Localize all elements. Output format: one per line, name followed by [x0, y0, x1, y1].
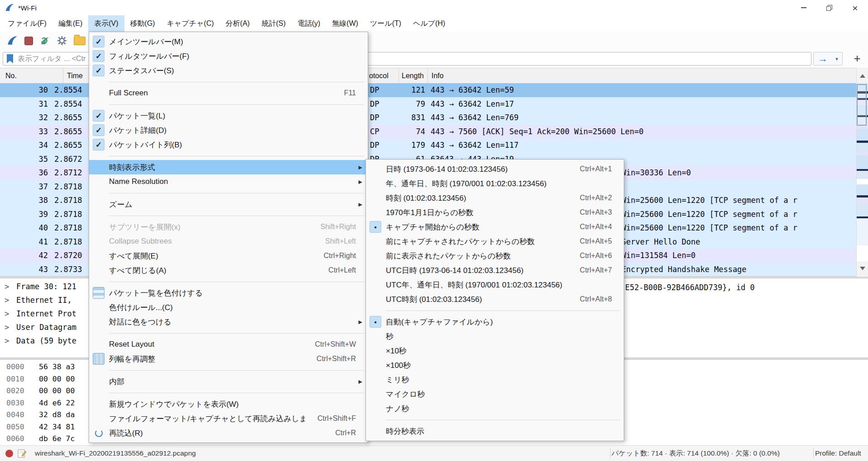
menu-check-gutter — [93, 413, 104, 424]
menu-item[interactable]: ×10秒 — [366, 343, 624, 358]
menu-item[interactable]: UTC日時 (1973-06-14 01:02:03.123456) Ctrl+… — [366, 263, 624, 278]
column-header-info[interactable]: Info — [428, 68, 853, 84]
menubar-item[interactable]: 編集(E) — [52, 15, 88, 32]
menubar-item[interactable]: 分析(A) — [220, 15, 256, 32]
menu-item[interactable] — [89, 278, 368, 286]
packet-info-fragment: Win=25600 Len=1220 [TCP segment of a r — [621, 196, 797, 205]
menu-item[interactable] — [89, 329, 368, 337]
restart-capture-button[interactable] — [39, 35, 50, 46]
stop-capture-button[interactable] — [24, 37, 33, 45]
menu-item[interactable]: 年、通年日、時刻 (1970/001 01:02:03.123456) — [366, 176, 624, 191]
menu-item[interactable]: ステータスバー(S) — [89, 63, 368, 78]
menu-item-label: 時分秒表示 — [386, 426, 599, 437]
menubar-item-label: 電話(y) — [297, 19, 320, 28]
menu-item[interactable]: Full Screen F11 — [89, 86, 368, 100]
start-capture-button[interactable] — [6, 35, 18, 47]
menu-item[interactable]: 再読込(R) Ctrl+R — [89, 426, 368, 440]
menubar-item[interactable]: 電話(y) — [291, 15, 326, 32]
menu-item[interactable]: 前にキャプチャされたパケットからの秒数 Ctrl+Alt+5 — [366, 234, 624, 249]
menu-item[interactable]: 色付けルール...(C) — [89, 300, 368, 315]
menu-item[interactable]: パケット一覧を色付けする — [89, 286, 368, 300]
minimize-button[interactable] — [791, 0, 816, 15]
menu-item[interactable]: 前に表示されたパケットからの秒数 Ctrl+Alt+6 — [366, 249, 624, 263]
menu-item[interactable]: パケットバイト列(B) — [89, 137, 368, 152]
menu-item[interactable] — [89, 389, 368, 397]
expander-icon[interactable]: > — [5, 323, 9, 332]
menubar-item[interactable]: 表示(V) — [88, 15, 124, 32]
restore-button[interactable] — [816, 0, 842, 15]
menubar-item[interactable]: ヘルプ(H) — [407, 15, 451, 32]
add-filter-button[interactable]: + — [849, 51, 865, 66]
menu-separator — [109, 104, 364, 105]
menu-item[interactable]: メインツールバー(M) — [89, 34, 368, 49]
menu-item[interactable]: 1970年1月1日からの秒数 Ctrl+Alt+3 — [366, 205, 624, 220]
filter-dropdown-caret[interactable]: ▾ — [831, 52, 843, 66]
menu-item[interactable]: 時分秒表示 — [366, 424, 624, 438]
menu-item[interactable]: 対話に色をつける — [89, 315, 368, 329]
menu-item[interactable] — [366, 306, 624, 315]
menu-item[interactable]: ナノ秒 — [366, 401, 624, 416]
menubar-item[interactable]: 移動(G) — [124, 15, 161, 32]
close-button[interactable]: × — [842, 0, 868, 15]
expander-icon[interactable]: > — [5, 296, 9, 305]
scroll-up-arrow[interactable] — [857, 68, 868, 83]
menubar-item[interactable]: 無線(W) — [326, 15, 364, 32]
scroll-down-arrow[interactable] — [857, 261, 868, 277]
menu-item[interactable]: キャプチャ開始からの秒数 Ctrl+Alt+4 — [366, 220, 624, 234]
menu-item[interactable]: マイクロ秒 — [366, 387, 624, 401]
menubar-item-label: 統計(S) — [261, 19, 285, 28]
menu-item[interactable]: Name Resolution — [89, 174, 368, 189]
menu-item[interactable]: パケット詳細(D) — [89, 123, 368, 137]
menu-item[interactable]: Collapse Subtrees Shift+Left — [89, 234, 368, 249]
menu-item[interactable]: パケット一覧(L) — [89, 108, 368, 123]
menu-item[interactable]: 自動(キャプチャファイルから) — [366, 315, 624, 329]
menu-item[interactable] — [366, 416, 624, 424]
menu-item[interactable]: すべて閉じる(A) Ctrl+Left — [89, 263, 368, 278]
apply-filter-button[interactable]: → — [813, 52, 832, 66]
menu-item[interactable] — [89, 152, 368, 160]
menu-item-label: 年、通年日、時刻 (1970/001 01:02:03.123456) — [386, 179, 599, 189]
menu-item[interactable]: UTC時刻 (01:02:03.123456) Ctrl+Alt+8 — [366, 292, 624, 306]
menubar-item[interactable]: キャプチャ(C) — [161, 15, 220, 32]
menu-item[interactable]: サブツリーを展開(x) Shift+Right — [89, 220, 368, 234]
menu-item[interactable]: ファイルフォーマット/キャプチャとして再読み込みします Ctrl+Shift+F — [89, 411, 368, 426]
menu-item[interactable]: 日時 (1973-06-14 01:02:03.123456) Ctrl+Alt… — [366, 162, 624, 176]
expander-icon[interactable]: > — [5, 282, 9, 291]
column-header-no[interactable]: No. — [0, 68, 63, 84]
expander-icon[interactable]: > — [5, 309, 9, 318]
open-file-button[interactable] — [74, 37, 85, 45]
capture-options-button[interactable] — [57, 35, 67, 46]
menu-item[interactable]: 内部 — [89, 374, 368, 389]
packet-protocol: DP — [370, 99, 379, 108]
capture-comment-icon[interactable] — [18, 449, 27, 458]
packet-time: 2.8718 — [54, 182, 82, 191]
menu-item[interactable] — [89, 100, 368, 108]
expert-info-icon[interactable] — [5, 450, 13, 457]
menu-item[interactable]: 秒 — [366, 329, 624, 343]
menu-item[interactable] — [89, 189, 368, 197]
menu-item[interactable]: 時刻 (01:02:03.123456) Ctrl+Alt+2 — [366, 191, 624, 205]
menu-item[interactable]: UTC年、通年日、時刻 (1970/001 01:02:03.123456) — [366, 278, 624, 292]
menubar-item[interactable]: ツール(T) — [364, 15, 407, 32]
menu-item[interactable]: 新規ウインドウでパケットを表示(W) — [89, 397, 368, 411]
menu-item[interactable]: 時刻表示形式 — [89, 160, 368, 174]
menu-item[interactable] — [89, 78, 368, 86]
filter-bookmark-icon[interactable] — [7, 54, 13, 63]
menu-item[interactable] — [89, 212, 368, 220]
hex-offset: 0050 — [6, 423, 24, 431]
profile-label[interactable]: Profile: Default — [815, 449, 861, 457]
menu-item[interactable]: ズーム — [89, 197, 368, 212]
column-header-length[interactable]: Length — [399, 68, 428, 84]
menu-item[interactable]: フィルタツールバー(F) — [89, 49, 368, 63]
menu-item[interactable]: ミリ秒 — [366, 372, 624, 387]
menubar-item[interactable]: 統計(S) — [256, 15, 291, 32]
menubar-item[interactable]: ファイル(F) — [2, 15, 52, 32]
menu-radio-gutter — [370, 279, 381, 291]
menu-item[interactable]: ×100秒 — [366, 358, 624, 372]
expander-icon[interactable]: > — [5, 336, 9, 345]
menu-item[interactable]: 列幅を再調整 Ctrl+Shift+R — [89, 352, 368, 366]
menu-item[interactable] — [89, 366, 368, 374]
menu-item[interactable]: すべて展開(E) Ctrl+Right — [89, 249, 368, 263]
menu-item[interactable]: Reset Layout Ctrl+Shift+W — [89, 337, 368, 352]
scrollbar-thumb[interactable] — [857, 84, 867, 126]
